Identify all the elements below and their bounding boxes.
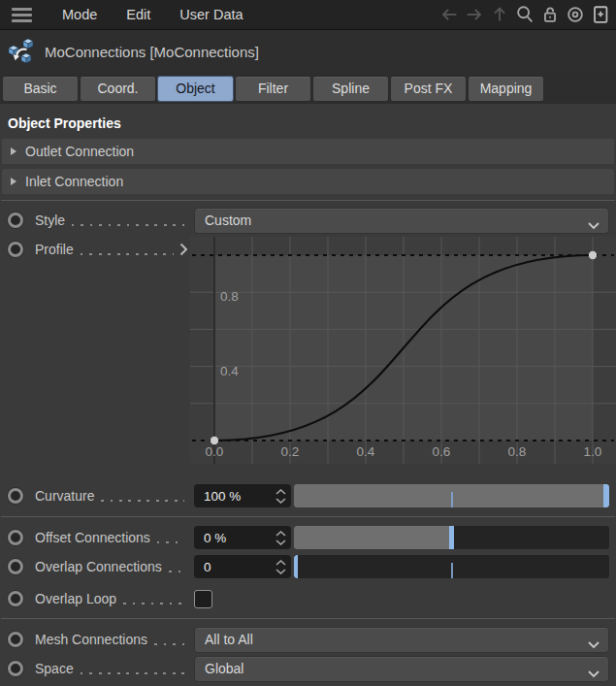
menu-mode[interactable]: Mode (48, 0, 112, 29)
menu-user-data[interactable]: User Data (165, 0, 257, 29)
overlap-connections-input[interactable]: 0 (194, 555, 291, 578)
svg-text:1.0: 1.0 (584, 444, 602, 459)
spinner-arrows[interactable] (273, 560, 288, 574)
hamburger-icon[interactable] (12, 8, 32, 22)
object-title: MoConnections [MoConnections] (45, 44, 259, 60)
dotted-leader (154, 643, 184, 645)
offset-connections-input[interactable]: 0 % (194, 526, 291, 549)
tab-postfx[interactable]: Post FX (390, 76, 467, 102)
back-icon[interactable] (438, 3, 461, 26)
mesh-connections-select[interactable]: All to All (194, 627, 609, 653)
spinner-arrows[interactable] (273, 531, 288, 545)
keyframe-dot[interactable] (8, 530, 23, 545)
svg-text:0.8: 0.8 (508, 444, 527, 459)
svg-text:0.4: 0.4 (357, 444, 375, 459)
attribute-tabs: Basic Coord. Object Filter Spline Post F… (0, 73, 616, 104)
tab-coord[interactable]: Coord. (80, 76, 156, 102)
target-icon[interactable] (564, 3, 587, 26)
svg-text:0.0: 0.0 (206, 444, 224, 459)
search-icon[interactable] (513, 3, 536, 26)
object-title-bar: MoConnections [MoConnections] (0, 30, 616, 73)
keyframe-dot[interactable] (8, 661, 23, 676)
keyframe-dot[interactable] (8, 559, 23, 574)
dotted-leader (123, 603, 184, 604)
row-space: Space Global (0, 655, 616, 682)
keyframe-dot[interactable] (8, 212, 23, 228)
chevron-down-icon (588, 665, 600, 682)
collapsed-triangle-icon (11, 147, 16, 155)
keyframe-dot[interactable] (8, 591, 23, 606)
overlap-loop-checkbox[interactable] (194, 590, 212, 608)
svg-text:0.6: 0.6 (433, 444, 451, 459)
row-style: Style Custom (0, 206, 616, 235)
svg-text:0.4: 0.4 (220, 364, 239, 378)
collapsed-triangle-icon (11, 178, 16, 185)
chevron-down-icon (588, 636, 600, 653)
row-overlap-connections: Overlap Connections 0 (0, 552, 616, 581)
add-panel-icon[interactable] (589, 3, 612, 26)
separator (1, 618, 615, 619)
tab-basic[interactable]: Basic (2, 76, 79, 102)
tab-mapping[interactable]: Mapping (468, 76, 544, 102)
group-inlet-connection[interactable]: Inlet Connection (2, 169, 614, 194)
moconnections-icon (8, 38, 35, 65)
keyframe-dot[interactable] (8, 488, 23, 504)
keyframe-dot[interactable] (8, 242, 23, 257)
row-profile: Profile 0.40.80.00.20.40.60.81.0 (0, 237, 616, 468)
tab-spline[interactable]: Spline (312, 76, 389, 102)
dotted-leader (81, 672, 184, 674)
row-curvature: Curvature 100 % (0, 481, 616, 510)
menu-bar: Mode Edit User Data (0, 0, 616, 30)
offset-connections-slider[interactable] (294, 526, 609, 549)
svg-text:0.8: 0.8 (220, 289, 239, 304)
expand-chevron-icon[interactable] (179, 243, 188, 256)
tab-object[interactable]: Object (157, 76, 234, 102)
separator (1, 516, 615, 517)
dotted-leader (169, 571, 184, 572)
dotted-leader (157, 541, 184, 543)
space-select[interactable]: Global (194, 656, 609, 682)
curvature-input[interactable]: 100 % (194, 484, 291, 507)
lock-icon[interactable] (538, 3, 562, 26)
dotted-leader (72, 224, 184, 226)
curvature-slider[interactable] (294, 484, 609, 507)
group-outlet-connection[interactable]: Outlet Connection (2, 139, 614, 164)
dotted-leader (81, 253, 174, 255)
row-offset-connections: Offset Connections 0 % (0, 523, 616, 552)
toolbar-icons (438, 3, 612, 26)
up-icon[interactable] (488, 3, 511, 26)
overlap-connections-slider[interactable] (294, 555, 609, 578)
svg-text:0.2: 0.2 (281, 444, 300, 459)
row-mesh-connections: Mesh Connections All to All (0, 626, 616, 653)
forward-icon[interactable] (463, 3, 486, 26)
spinner-arrows[interactable] (273, 489, 288, 504)
separator (1, 200, 615, 201)
object-properties-panel: Object Properties Outlet Connection Inle… (0, 104, 616, 682)
row-overlap-loop: Overlap Loop (0, 585, 616, 612)
style-select[interactable]: Custom (194, 208, 609, 234)
section-title: Object Properties (0, 104, 616, 131)
tab-filter[interactable]: Filter (235, 76, 311, 102)
chevron-down-icon (588, 216, 600, 234)
dotted-leader (101, 500, 184, 502)
profile-spline-editor[interactable]: 0.40.80.00.20.40.60.81.0 (190, 237, 616, 468)
keyframe-dot[interactable] (8, 632, 23, 647)
menu-edit[interactable]: Edit (112, 0, 165, 29)
